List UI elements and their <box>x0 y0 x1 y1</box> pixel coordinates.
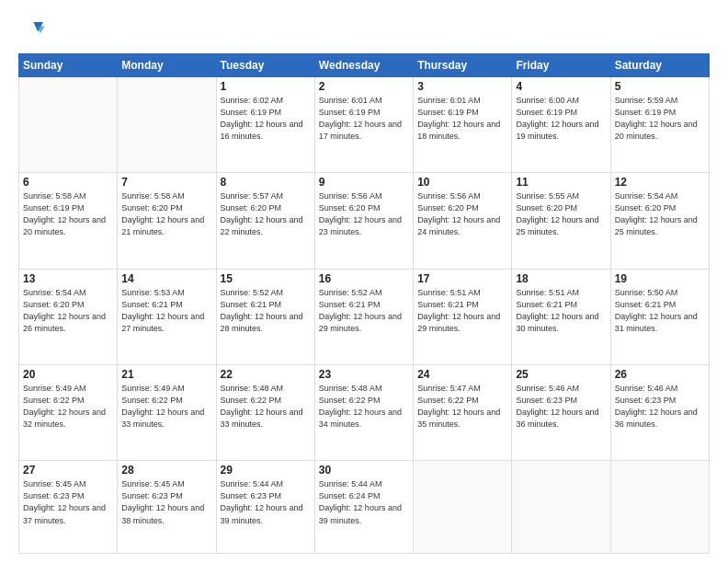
day-info: Sunrise: 5:53 AM Sunset: 6:21 PM Dayligh… <box>121 287 211 335</box>
page: SundayMondayTuesdayWednesdayThursdayFrid… <box>0 0 728 563</box>
day-info: Sunrise: 6:01 AM Sunset: 6:19 PM Dayligh… <box>319 95 409 143</box>
day-info: Sunrise: 5:49 AM Sunset: 6:22 PM Dayligh… <box>23 383 113 431</box>
day-number: 18 <box>516 272 606 285</box>
calendar-cell <box>610 461 709 554</box>
calendar-cell: 28Sunrise: 5:45 AM Sunset: 6:23 PM Dayli… <box>118 461 216 554</box>
day-info: Sunrise: 5:51 AM Sunset: 6:21 PM Dayligh… <box>417 287 507 335</box>
calendar-cell: 9Sunrise: 5:56 AM Sunset: 6:20 PM Daylig… <box>314 173 413 269</box>
calendar-cell: 3Sunrise: 6:01 AM Sunset: 6:19 PM Daylig… <box>414 77 512 173</box>
day-info: Sunrise: 6:00 AM Sunset: 6:19 PM Dayligh… <box>516 95 606 143</box>
day-info: Sunrise: 5:56 AM Sunset: 6:20 PM Dayligh… <box>417 190 507 238</box>
day-info: Sunrise: 5:59 AM Sunset: 6:19 PM Dayligh… <box>615 95 705 143</box>
calendar-cell: 20Sunrise: 5:49 AM Sunset: 6:22 PM Dayli… <box>19 365 118 461</box>
day-info: Sunrise: 5:54 AM Sunset: 6:20 PM Dayligh… <box>615 190 705 238</box>
day-info: Sunrise: 5:46 AM Sunset: 6:23 PM Dayligh… <box>516 383 606 431</box>
day-info: Sunrise: 5:58 AM Sunset: 6:20 PM Dayligh… <box>121 190 211 238</box>
day-number: 22 <box>221 368 311 381</box>
weekday-header-row: SundayMondayTuesdayWednesdayThursdayFrid… <box>19 54 710 77</box>
calendar-cell <box>19 77 118 173</box>
day-number: 23 <box>319 368 409 381</box>
day-number: 17 <box>417 272 507 285</box>
day-info: Sunrise: 5:55 AM Sunset: 6:20 PM Dayligh… <box>516 190 606 238</box>
calendar-cell: 12Sunrise: 5:54 AM Sunset: 6:20 PM Dayli… <box>610 173 709 269</box>
day-info: Sunrise: 5:46 AM Sunset: 6:23 PM Dayligh… <box>615 383 705 431</box>
calendar-cell: 8Sunrise: 5:57 AM Sunset: 6:20 PM Daylig… <box>216 173 314 269</box>
calendar-cell: 17Sunrise: 5:51 AM Sunset: 6:21 PM Dayli… <box>414 269 512 364</box>
day-info: Sunrise: 5:52 AM Sunset: 6:21 PM Dayligh… <box>221 287 311 335</box>
weekday-header-thursday: Thursday <box>414 54 512 77</box>
day-number: 27 <box>23 464 113 477</box>
day-number: 28 <box>121 464 211 477</box>
calendar-cell: 23Sunrise: 5:48 AM Sunset: 6:22 PM Dayli… <box>314 365 413 461</box>
calendar-cell <box>414 461 512 554</box>
calendar-cell: 13Sunrise: 5:54 AM Sunset: 6:20 PM Dayli… <box>19 269 118 364</box>
day-number: 6 <box>23 176 113 189</box>
day-info: Sunrise: 5:58 AM Sunset: 6:19 PM Dayligh… <box>23 190 113 238</box>
day-number: 7 <box>121 176 211 189</box>
week-row-2: 13Sunrise: 5:54 AM Sunset: 6:20 PM Dayli… <box>19 269 710 364</box>
week-row-4: 27Sunrise: 5:45 AM Sunset: 6:23 PM Dayli… <box>19 461 710 554</box>
day-number: 11 <box>516 176 606 189</box>
day-number: 25 <box>516 368 606 381</box>
day-info: Sunrise: 5:48 AM Sunset: 6:22 PM Dayligh… <box>319 383 409 431</box>
day-info: Sunrise: 6:02 AM Sunset: 6:19 PM Dayligh… <box>221 95 311 143</box>
day-info: Sunrise: 5:44 AM Sunset: 6:23 PM Dayligh… <box>221 478 311 526</box>
calendar-cell: 24Sunrise: 5:47 AM Sunset: 6:22 PM Dayli… <box>414 365 512 461</box>
weekday-header-friday: Friday <box>512 54 610 77</box>
day-number: 26 <box>615 368 705 381</box>
day-info: Sunrise: 5:52 AM Sunset: 6:21 PM Dayligh… <box>319 287 409 335</box>
weekday-header-monday: Monday <box>118 54 216 77</box>
calendar-cell: 7Sunrise: 5:58 AM Sunset: 6:20 PM Daylig… <box>118 173 216 269</box>
calendar-cell <box>512 461 610 554</box>
week-row-0: 1Sunrise: 6:02 AM Sunset: 6:19 PM Daylig… <box>19 77 710 173</box>
day-info: Sunrise: 5:45 AM Sunset: 6:23 PM Dayligh… <box>23 478 113 526</box>
day-info: Sunrise: 5:57 AM Sunset: 6:20 PM Dayligh… <box>221 190 311 238</box>
day-number: 30 <box>319 464 409 477</box>
day-info: Sunrise: 5:50 AM Sunset: 6:21 PM Dayligh… <box>615 287 705 335</box>
weekday-header-saturday: Saturday <box>610 54 709 77</box>
header <box>18 17 710 44</box>
day-number: 16 <box>319 272 409 285</box>
calendar-cell: 18Sunrise: 5:51 AM Sunset: 6:21 PM Dayli… <box>512 269 610 364</box>
calendar-table: SundayMondayTuesdayWednesdayThursdayFrid… <box>18 53 710 554</box>
day-info: Sunrise: 5:45 AM Sunset: 6:23 PM Dayligh… <box>121 478 211 526</box>
day-number: 2 <box>319 80 409 93</box>
day-number: 14 <box>121 272 211 285</box>
logo-icon <box>18 17 46 44</box>
calendar-cell: 4Sunrise: 6:00 AM Sunset: 6:19 PM Daylig… <box>512 77 610 173</box>
calendar-cell: 21Sunrise: 5:49 AM Sunset: 6:22 PM Dayli… <box>118 365 216 461</box>
day-number: 5 <box>615 80 705 93</box>
calendar-cell: 22Sunrise: 5:48 AM Sunset: 6:22 PM Dayli… <box>216 365 314 461</box>
day-number: 1 <box>221 80 311 93</box>
weekday-header-sunday: Sunday <box>19 54 118 77</box>
day-info: Sunrise: 6:01 AM Sunset: 6:19 PM Dayligh… <box>417 95 507 143</box>
day-info: Sunrise: 5:47 AM Sunset: 6:22 PM Dayligh… <box>417 383 507 431</box>
week-row-1: 6Sunrise: 5:58 AM Sunset: 6:19 PM Daylig… <box>19 173 710 269</box>
calendar-cell: 5Sunrise: 5:59 AM Sunset: 6:19 PM Daylig… <box>610 77 709 173</box>
weekday-header-wednesday: Wednesday <box>314 54 413 77</box>
day-info: Sunrise: 5:56 AM Sunset: 6:20 PM Dayligh… <box>319 190 409 238</box>
day-number: 24 <box>417 368 507 381</box>
day-number: 8 <box>221 176 311 189</box>
day-number: 9 <box>319 176 409 189</box>
day-info: Sunrise: 5:49 AM Sunset: 6:22 PM Dayligh… <box>121 383 211 431</box>
calendar-cell: 16Sunrise: 5:52 AM Sunset: 6:21 PM Dayli… <box>314 269 413 364</box>
day-number: 13 <box>23 272 113 285</box>
day-number: 20 <box>23 368 113 381</box>
calendar-cell: 26Sunrise: 5:46 AM Sunset: 6:23 PM Dayli… <box>610 365 709 461</box>
day-info: Sunrise: 5:54 AM Sunset: 6:20 PM Dayligh… <box>23 287 113 335</box>
calendar-cell: 2Sunrise: 6:01 AM Sunset: 6:19 PM Daylig… <box>314 77 413 173</box>
day-info: Sunrise: 5:51 AM Sunset: 6:21 PM Dayligh… <box>516 287 606 335</box>
day-number: 12 <box>615 176 705 189</box>
calendar-cell: 14Sunrise: 5:53 AM Sunset: 6:21 PM Dayli… <box>118 269 216 364</box>
day-number: 19 <box>615 272 705 285</box>
day-number: 21 <box>121 368 211 381</box>
day-number: 4 <box>516 80 606 93</box>
day-number: 10 <box>417 176 507 189</box>
day-info: Sunrise: 5:48 AM Sunset: 6:22 PM Dayligh… <box>221 383 311 431</box>
calendar-cell: 10Sunrise: 5:56 AM Sunset: 6:20 PM Dayli… <box>414 173 512 269</box>
logo <box>18 17 50 44</box>
weekday-header-tuesday: Tuesday <box>216 54 314 77</box>
calendar-cell: 1Sunrise: 6:02 AM Sunset: 6:19 PM Daylig… <box>216 77 314 173</box>
calendar-cell: 25Sunrise: 5:46 AM Sunset: 6:23 PM Dayli… <box>512 365 610 461</box>
